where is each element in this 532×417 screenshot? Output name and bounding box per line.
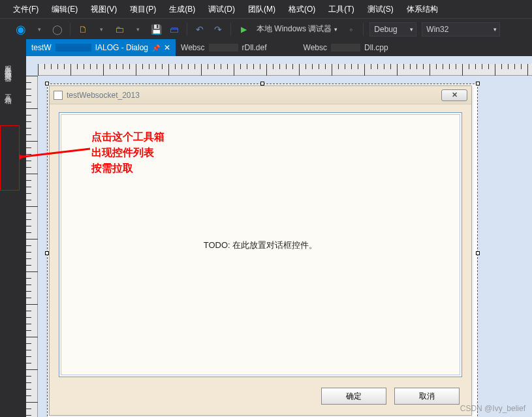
menu-team[interactable]: 团队(M) [242, 4, 282, 15]
new-item-dropdown-icon[interactable]: ▾ [93, 22, 109, 37]
new-item-icon[interactable]: 🗋 [75, 22, 91, 37]
side-panels: 服务器资源管理器 工具箱 [0, 56, 14, 317]
tab-label-prefix: testW [31, 43, 52, 52]
toolbar: ◉ ▾ ◯ 🗋 ▾ 🗀 ▾ 💾 🗃 ↶ ↷ ▶ 本地 Windows 调试器 ▾… [0, 18, 532, 39]
editor-tabbar: testW IALOG - Dialog 📌 ✕ Websc rDll.def … [0, 39, 532, 56]
redacted-block [55, 44, 91, 52]
menu-file[interactable]: 文件(F) [7, 4, 45, 15]
tab-dialog-designer[interactable]: testW IALOG - Dialog 📌 ✕ [26, 39, 176, 56]
annotation-line-1: 点击这个工具箱 [91, 129, 164, 145]
annotation-line-3: 按需拉取 [91, 161, 164, 176]
nav-back-icon[interactable]: ◉ [13, 22, 29, 37]
dialog-button-row: 确定 取消 [321, 388, 460, 405]
cancel-button[interactable]: 取消 [394, 388, 460, 405]
annotation-arrow-icon [20, 145, 91, 164]
vertical-ruler [26, 76, 38, 417]
menu-test[interactable]: 测试(S) [361, 4, 400, 15]
tab-dll-def[interactable]: Websc rDll.def [176, 39, 272, 56]
menu-tools[interactable]: 工具(T) [322, 4, 360, 15]
toolbar-separator-3 [230, 23, 231, 36]
annotation-line-2: 出现控件列表 [91, 145, 164, 161]
menu-bar: 文件(F) 编辑(E) 视图(V) 项目(P) 生成(B) 调试(D) 团队(M… [0, 0, 532, 18]
dialog-app-icon [54, 91, 63, 100]
save-icon[interactable]: 💾 [148, 22, 164, 37]
tab-label-suffix: IALOG - Dialog [95, 43, 148, 52]
menu-build[interactable]: 生成(B) [163, 4, 202, 15]
annotation-text: 点击这个工具箱 出现控件列表 按需拉取 [91, 129, 164, 176]
resize-handle-ne[interactable] [476, 82, 480, 85]
toolbar-separator-2 [187, 23, 187, 36]
nav-forward-icon[interactable]: ◯ [50, 22, 65, 37]
config-dropdown[interactable]: Debug [369, 22, 416, 37]
toolbox-tab[interactable]: 工具箱 [0, 85, 14, 97]
open-dropdown-icon[interactable]: ▾ [130, 22, 146, 37]
server-explorer-tab[interactable]: 服务器资源管理器 [0, 56, 14, 74]
watermark: CSDN @Ivy_belief [460, 404, 525, 413]
menu-debug[interactable]: 调试(D) [202, 4, 242, 15]
close-icon[interactable]: ✕ [164, 43, 170, 52]
menu-arch[interactable]: 体系结构 [400, 4, 445, 15]
dialog-placeholder-text: TODO: 在此放置对话框控件。 [59, 239, 462, 251]
redacted-block [331, 44, 360, 52]
dialog-titlebar[interactable]: testWebsocket_2013 ✕ [50, 86, 471, 104]
menu-format[interactable]: 格式(O) [282, 4, 322, 15]
chevron-down-icon: ▾ [334, 26, 337, 33]
save-all-icon[interactable]: 🗃 [166, 22, 182, 37]
nav-back-dropdown-icon[interactable]: ▾ [31, 22, 47, 37]
redacted-block [209, 44, 238, 52]
toolbar-separator-4 [363, 23, 364, 36]
debugger-label: 本地 Windows 调试器 [257, 23, 332, 35]
menu-project[interactable]: 项目(P) [123, 4, 163, 15]
tab-label-suffix: rDll.def [242, 43, 267, 52]
designer-surface: testWebsocket_2013 ✕ TODO: 在此放置对话框控件。 确定… [26, 56, 532, 417]
platform-dropdown[interactable]: Win32 [422, 22, 500, 37]
undo-icon[interactable]: ↶ [192, 22, 208, 37]
start-debug-icon[interactable]: ▶ [236, 22, 251, 37]
pin-icon[interactable]: 📌 [152, 44, 160, 52]
tab-label-prefix: Websc [304, 43, 327, 52]
open-file-icon[interactable]: 🗀 [112, 22, 127, 37]
debugger-selector[interactable]: 本地 Windows 调试器 ▾ [254, 23, 340, 35]
dialog-title: testWebsocket_2013 [67, 91, 140, 100]
tab-dll-cpp[interactable]: Websc Dll.cpp [298, 39, 394, 56]
tab-label-suffix: Dll.cpp [364, 43, 388, 52]
svg-line-1 [23, 149, 90, 157]
ok-button[interactable]: 确定 [321, 388, 386, 405]
dialog-close-button[interactable]: ✕ [441, 89, 467, 101]
debug-target-icon[interactable]: ◦ [343, 22, 358, 37]
menu-view[interactable]: 视图(V) [84, 4, 123, 15]
horizontal-ruler [38, 64, 532, 76]
tab-label-prefix: Websc [181, 43, 204, 52]
redo-icon[interactable]: ↷ [210, 22, 226, 37]
toolbar-separator [70, 23, 70, 36]
resize-handle-e[interactable] [476, 251, 480, 255]
menu-edit[interactable]: 编辑(E) [45, 4, 84, 15]
